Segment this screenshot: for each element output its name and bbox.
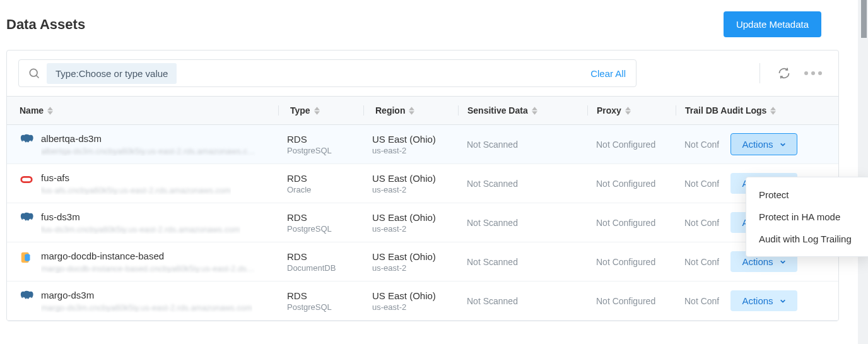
- asset-endpoint: albertqa-ds3m.cncbya60k5iy.us-east-2.rds…: [41, 146, 255, 156]
- asset-subtype: PostgreSQL: [287, 302, 332, 312]
- search-icon: [28, 67, 40, 80]
- asset-region: US East (Ohio): [372, 212, 436, 223]
- sort-icon: [47, 107, 53, 115]
- chevron-down-icon: [780, 141, 786, 148]
- asset-region: US East (Ohio): [372, 290, 436, 301]
- svg-marker-10: [625, 107, 631, 110]
- chevron-down-icon: [780, 259, 786, 265]
- clear-all-link[interactable]: Clear All: [590, 68, 631, 79]
- asset-region-code: us-east-2: [372, 185, 436, 194]
- asset-endpoint: margo-docdb-instance-based.cncbya60k5iy.…: [41, 264, 255, 273]
- table-row[interactable]: fus-afsfus-afs.cncbya60k5iy.us-east-2.rd…: [7, 164, 838, 203]
- asset-proxy: Not Configured: [587, 139, 676, 150]
- asset-sensitive: Not Scanned: [458, 257, 587, 267]
- asset-region-code: us-east-2: [372, 146, 436, 155]
- table-row[interactable]: margo-docdb-instance-basedmargo-docdb-in…: [7, 242, 838, 282]
- asset-subtype: Oracle: [287, 185, 311, 194]
- dropdown-item-audit[interactable]: Audit with Log Trailing: [746, 228, 868, 250]
- asset-endpoint: margo-ds3m.cncbya60k5iy.us-east-2.rds.am…: [41, 303, 252, 312]
- asset-type: RDS: [287, 134, 332, 145]
- asset-proxy: Not Configured: [587, 257, 676, 267]
- actions-button-label: Actions: [742, 256, 773, 267]
- chevron-down-icon: [780, 298, 786, 304]
- asset-region: US East (Ohio): [372, 134, 436, 145]
- col-header-proxy[interactable]: Proxy: [587, 105, 676, 116]
- sort-icon: [770, 107, 776, 115]
- sort-icon: [409, 107, 414, 115]
- table-row[interactable]: fus-ds3mfus-ds3m.cncbya60k5iy.us-east-2.…: [7, 203, 838, 242]
- asset-type: RDS: [287, 251, 336, 262]
- postgresql-icon: [20, 133, 33, 147]
- asset-region-code: us-east-2: [372, 263, 436, 273]
- documentdb-icon: [20, 251, 33, 264]
- filter-chip-value: Choose or type value: [79, 68, 168, 79]
- update-metadata-button[interactable]: Update Metadata: [724, 11, 821, 37]
- asset-sensitive: Not Scanned: [458, 139, 587, 150]
- scrollbar[interactable]: [858, 0, 868, 344]
- asset-type: RDS: [287, 290, 332, 301]
- actions-button-label: Actions: [742, 139, 773, 150]
- asset-name: fus-afs: [41, 172, 231, 183]
- svg-marker-11: [625, 111, 631, 114]
- svg-marker-5: [314, 111, 320, 114]
- col-header-region[interactable]: Region: [363, 105, 458, 116]
- scrollbar-thumb[interactable]: [861, 0, 867, 38]
- filter-chip-prefix: Type:: [56, 68, 79, 79]
- filter-chip-type[interactable]: Type:Choose or type value: [47, 63, 177, 84]
- refresh-icon[interactable]: [778, 67, 790, 80]
- svg-marker-8: [532, 107, 537, 110]
- actions-button[interactable]: Actions: [730, 290, 797, 311]
- asset-sensitive: Not Scanned: [458, 179, 587, 189]
- svg-marker-9: [532, 111, 537, 114]
- table-row[interactable]: albertqa-ds3malbertqa-ds3m.cncbya60k5iy.…: [7, 125, 838, 164]
- svg-marker-2: [47, 107, 53, 110]
- asset-endpoint: fus-ds3m.cncbya60k5iy.us-east-2.rds.amaz…: [41, 225, 240, 234]
- asset-trail: Not Configured: [684, 139, 719, 150]
- page-title: Data Assets: [6, 16, 85, 33]
- dropdown-item-protect[interactable]: Protect: [746, 184, 868, 206]
- col-header-type[interactable]: Type: [278, 105, 363, 116]
- sort-icon: [625, 107, 631, 115]
- asset-region-code: us-east-2: [372, 302, 436, 312]
- postgresql-icon: [20, 290, 33, 304]
- col-header-trail[interactable]: Trail DB Audit Logs: [676, 105, 811, 116]
- svg-marker-4: [314, 107, 320, 110]
- asset-endpoint: fus-afs.cncbya60k5iy.us-east-2.rds.amazo…: [41, 186, 231, 195]
- asset-proxy: Not Configured: [587, 179, 676, 189]
- asset-region: US East (Ohio): [372, 173, 436, 184]
- asset-subtype: PostgreSQL: [287, 224, 332, 234]
- svg-rect-14: [21, 177, 32, 182]
- asset-name: margo-ds3m: [41, 290, 252, 300]
- col-header-name[interactable]: Name: [7, 105, 278, 116]
- col-header-trail-label: Trail DB Audit Logs: [685, 105, 766, 116]
- col-header-sensitive-label: Sensitive Data: [467, 105, 528, 116]
- table-row[interactable]: margo-ds3mmargo-ds3m.cncbya60k5iy.us-eas…: [7, 282, 838, 321]
- col-header-name-label: Name: [20, 105, 44, 116]
- asset-proxy: Not Configured: [587, 296, 676, 306]
- svg-marker-3: [47, 111, 53, 114]
- more-options-icon[interactable]: [804, 71, 822, 75]
- assets-panel: Type:Choose or type value Clear All: [6, 50, 839, 321]
- postgresql-icon: [20, 211, 33, 225]
- asset-type: RDS: [287, 212, 332, 223]
- svg-line-1: [37, 76, 39, 78]
- asset-sensitive: Not Scanned: [458, 218, 587, 228]
- filter-search[interactable]: Type:Choose or type value Clear All: [18, 59, 636, 87]
- svg-marker-12: [770, 107, 776, 110]
- svg-point-0: [30, 69, 37, 76]
- dropdown-item-protect-ha[interactable]: Protect in HA mode: [746, 206, 868, 228]
- actions-button-label: Actions: [742, 295, 773, 306]
- sort-icon: [314, 107, 320, 115]
- actions-button[interactable]: Actions: [730, 133, 797, 155]
- oracle-icon: [20, 172, 33, 186]
- col-header-proxy-label: Proxy: [597, 105, 621, 116]
- col-header-type-label: Type: [290, 105, 310, 116]
- asset-subtype: PostgreSQL: [287, 146, 332, 155]
- asset-name: fus-ds3m: [41, 211, 240, 222]
- col-header-region-label: Region: [375, 105, 405, 116]
- asset-proxy: Not Configured: [587, 218, 676, 228]
- col-header-sensitive[interactable]: Sensitive Data: [458, 105, 587, 116]
- asset-trail: Not Configured: [684, 257, 719, 267]
- asset-subtype: DocumentDB: [287, 263, 336, 273]
- asset-trail: Not Configured: [684, 179, 719, 189]
